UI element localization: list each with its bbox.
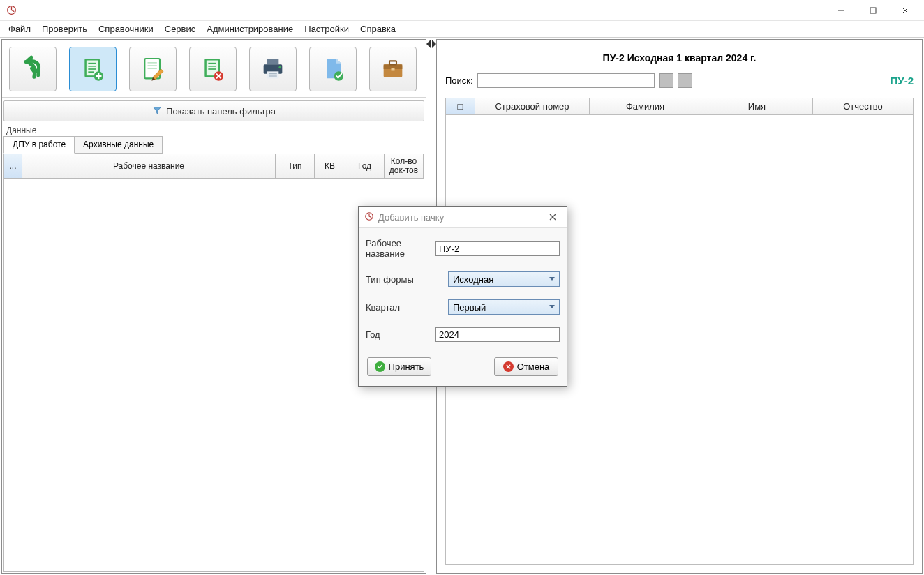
tab-archive[interactable]: Архивные данные (74, 136, 163, 154)
col-name[interactable]: Имя (701, 98, 813, 114)
col-year[interactable]: Год (345, 154, 385, 178)
right-grid-header: □ Страховой номер Фамилия Имя Отчество (446, 98, 913, 115)
search-row: Поиск: ПУ-2 (445, 73, 914, 88)
svg-rect-36 (392, 68, 395, 70)
delete-document-button[interactable] (189, 47, 237, 91)
cancel-button[interactable]: Отмена (494, 357, 558, 376)
app-icon (6, 5, 17, 16)
accept-button-label: Принять (389, 361, 424, 372)
input-working-name[interactable] (435, 241, 560, 256)
maximize-button[interactable] (857, 0, 889, 21)
left-grid-header: ... Рабочее название Тип КВ Год Кол-во д… (4, 154, 424, 179)
search-label: Поиск: (445, 75, 473, 86)
svg-rect-2 (870, 8, 876, 13)
col-doc-count[interactable]: Кол-во док-тов (385, 154, 424, 178)
accept-button[interactable]: Принять (367, 357, 431, 376)
filter-icon (152, 105, 162, 117)
dialog-title: Добавить пачку (378, 212, 444, 223)
tab-working[interactable]: ДПУ в работе (3, 136, 75, 154)
svg-point-29 (278, 66, 281, 68)
chevron-down-icon (549, 277, 555, 281)
menu-service[interactable]: Сервис (159, 22, 202, 36)
data-legend: Данные (3, 126, 424, 135)
search-next-button[interactable] (678, 73, 692, 88)
svg-rect-28 (267, 71, 279, 78)
menu-settings[interactable]: Настройки (299, 22, 355, 36)
cancel-button-label: Отмена (517, 361, 550, 372)
dialog-app-icon (364, 211, 374, 223)
input-year[interactable] (435, 327, 560, 342)
toolbar (2, 40, 426, 98)
col-patronymic[interactable]: Отчество (813, 98, 913, 114)
menu-admin[interactable]: Администрирование (201, 22, 299, 36)
filter-panel-toggle[interactable]: Показать панель фильтра (3, 100, 424, 121)
label-working-name: Рабочее название (366, 238, 435, 259)
title-bar (0, 0, 924, 21)
print-button[interactable] (249, 47, 297, 91)
col-surname[interactable]: Фамилия (590, 98, 701, 114)
new-document-button[interactable] (69, 47, 117, 91)
menu-help[interactable]: Справка (355, 22, 401, 36)
svg-rect-35 (389, 61, 396, 64)
splitter-arrows-icon (428, 39, 435, 49)
tabs-row: ДПУ в работе Архивные данные (3, 136, 424, 154)
back-button[interactable] (9, 47, 57, 91)
col-selector[interactable]: ... (4, 154, 22, 178)
filter-panel-label: Показать панель фильтра (166, 106, 276, 117)
col-insurance-number[interactable]: Страховой номер (475, 98, 590, 114)
dropdown-form-type-value: Исходная (453, 274, 493, 285)
dropdown-quarter[interactable]: Первый (448, 299, 560, 315)
dropdown-form-type[interactable]: Исходная (448, 271, 560, 287)
search-input[interactable] (477, 73, 655, 88)
close-button[interactable] (889, 0, 921, 21)
chevron-down-icon (549, 305, 555, 308)
col-checkbox[interactable]: □ (446, 98, 475, 114)
menu-check[interactable]: Проверить (36, 22, 93, 36)
menu-bar: Файл Проверить Справочники Сервис Админи… (0, 21, 924, 38)
edit-document-button[interactable] (129, 47, 177, 91)
pu-type-label: ПУ-2 (891, 75, 914, 87)
add-pack-dialog: Добавить пачку Рабочее название Тип форм… (358, 206, 567, 387)
label-form-type: Тип формы (366, 274, 448, 285)
dialog-close-button[interactable] (544, 210, 561, 224)
label-quarter: Квартал (366, 302, 448, 313)
minimize-button[interactable] (825, 0, 857, 21)
briefcase-button[interactable] (369, 47, 417, 91)
col-type[interactable]: Тип (276, 154, 315, 178)
x-circle-icon (503, 361, 514, 372)
col-name[interactable]: Рабочее название (22, 154, 276, 178)
check-circle-icon (375, 361, 385, 372)
dialog-title-bar[interactable]: Добавить пачку (359, 207, 567, 228)
menu-file[interactable]: Файл (3, 22, 36, 36)
label-year: Год (366, 329, 435, 340)
search-prev-button[interactable] (659, 73, 673, 88)
svg-rect-26 (267, 59, 279, 64)
dropdown-quarter-value: Первый (453, 302, 486, 313)
right-pane-title: ПУ-2 Исходная 1 квартал 2024 г. (445, 52, 914, 64)
approve-document-button[interactable] (309, 47, 357, 91)
menu-dictionaries[interactable]: Справочники (93, 22, 159, 36)
col-quarter[interactable]: КВ (315, 154, 345, 178)
